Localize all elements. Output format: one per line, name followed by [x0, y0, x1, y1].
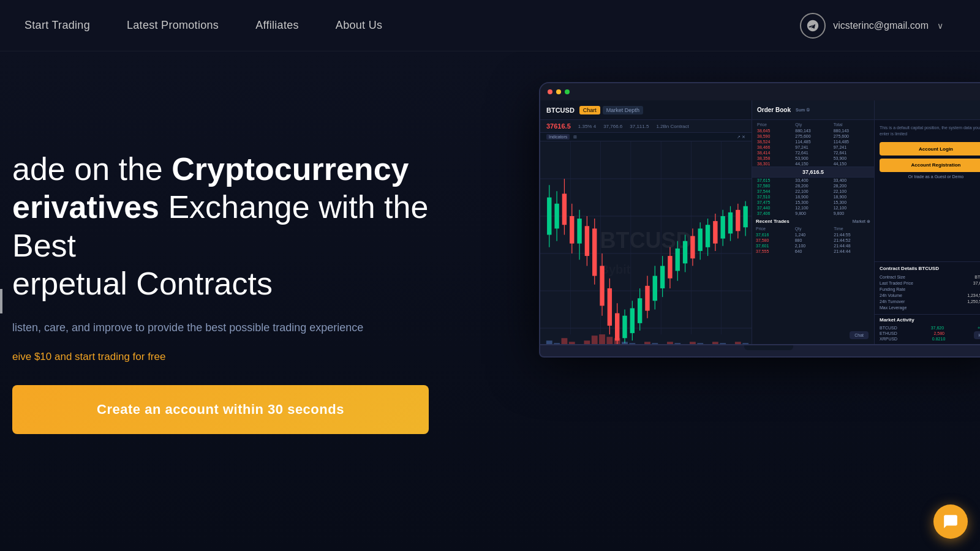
ma-row-1: BTCUSD 37,620 +12.5%	[880, 325, 980, 331]
market-activity: Market Activity BTCUSD 37,620 +12.5% ETH…	[875, 315, 980, 344]
buy-order-4: 37,510 18,900 18,900	[752, 194, 874, 200]
sell-order-7: 38,301 44,150 44,150	[752, 161, 874, 167]
svg-rect-64	[743, 206, 747, 228]
nav-item-latest-promotions[interactable]: Latest Promotions	[127, 19, 219, 32]
buy-order-3: 37,544 22,100 22,100	[752, 189, 874, 194]
svg-rect-54	[706, 225, 710, 247]
hero-offer: eive $10 and start trading for free	[12, 351, 459, 363]
right-panel-top: This is a default capital position, the …	[875, 120, 980, 262]
create-account-button[interactable]: Create an account within 30 seconds	[12, 385, 429, 434]
hero-section: ade on the Cryptocurrency erivatives Exc…	[0, 51, 980, 551]
contract-row-1: Contract Size BTCUSD	[880, 274, 980, 280]
svg-rect-46	[676, 249, 680, 271]
laptop-frame: BTCUSD Chart Market Depth 37616.5 1.35% …	[539, 82, 980, 345]
hero-title-line3: erpetual Contracts	[12, 266, 273, 301]
laptop-top-bar	[540, 83, 980, 100]
ma-row-3: XRPUSD 0.8210 +5.2%	[880, 336, 980, 342]
hero-content: ade on the Cryptocurrency erivatives Exc…	[0, 51, 459, 551]
ind-icon1: ⊞	[573, 135, 577, 140]
svg-rect-20	[577, 219, 581, 244]
order-book-sum: Sum ①	[796, 108, 810, 113]
dot-yellow	[556, 89, 561, 94]
contract-row-5: 24h Turnover 1,250,544.00	[880, 298, 980, 304]
svg-rect-34	[630, 308, 635, 333]
telegram-icon	[800, 13, 826, 39]
sell-order-3: 38,524 114,485 114,485	[752, 139, 874, 144]
rt-row-2: 37,580 880 21:44:52	[756, 238, 870, 243]
contract-row-2: Last Traded Price 37,600.00	[880, 280, 980, 286]
svg-rect-72	[599, 334, 605, 345]
nav-item-about-us[interactable]: About Us	[336, 19, 382, 32]
svg-rect-44	[668, 256, 672, 279]
svg-rect-26	[600, 266, 604, 305]
svg-rect-74	[614, 338, 620, 345]
ob-col-qty: Qty	[795, 122, 831, 127]
buy-order-5: 37,475 15,300 15,300	[752, 200, 874, 205]
user-menu[interactable]: vicsterinc@gmail.com ∨	[800, 13, 943, 39]
svg-rect-16	[562, 193, 567, 225]
rt-title: Recent Trades	[756, 219, 790, 224]
ob-col-price: Price	[757, 122, 793, 127]
platform-content: BTCUSD Chart Market Depth 37616.5 1.35% …	[540, 100, 980, 344]
dot-red	[548, 89, 552, 94]
svg-rect-58	[720, 216, 725, 239]
laptop-base	[539, 345, 980, 358]
demo-trade-button[interactable]: Or trade as a Guest or Demo	[880, 174, 980, 179]
chart-header: BTCUSD Chart Market Depth	[540, 100, 752, 120]
hero-title-line1: ade on the Cryptocurrency	[12, 151, 409, 187]
svg-rect-71	[592, 335, 598, 345]
order-book-header: Order Book Sum ①	[752, 100, 874, 120]
candlestick-chart	[540, 141, 752, 345]
svg-rect-56	[713, 221, 717, 244]
ind-icon2: ↗ ✕	[737, 135, 745, 140]
sell-order-5: 38,414 72,641 72,641	[752, 150, 874, 156]
account-login-button[interactable]: Account Login	[880, 142, 980, 156]
svg-rect-36	[638, 298, 642, 323]
help-button[interactable]: Help	[974, 331, 980, 339]
price-info: 37616.5 1.35% 4 37,766.6 37,111.5 1.2Bn …	[540, 120, 752, 133]
nav-item-start-trading[interactable]: Start Trading	[24, 19, 90, 32]
svg-rect-67	[562, 338, 568, 345]
svg-rect-38	[645, 286, 649, 311]
nav-links: Start Trading Latest Promotions Affiliat…	[24, 19, 382, 32]
ob-cols: Price Qty Total	[752, 120, 874, 128]
nav-item-affiliates[interactable]: Affiliates	[255, 19, 299, 32]
order-book: Order Book Sum ① Price Qty Total 38,645 …	[752, 100, 875, 344]
laptop-notch	[744, 345, 793, 350]
buy-order-2: 37,580 28,200 28,200	[752, 183, 874, 189]
platform-mockup: BTCUSD Chart Market Depth 37616.5 1.35% …	[539, 82, 980, 345]
tab-market-depth[interactable]: Market Depth	[603, 106, 643, 114]
telegram-svg	[806, 19, 820, 32]
price-24h: 37,766.6	[603, 124, 622, 129]
order-mid-price: 37,616.5	[752, 167, 874, 178]
float-chat-button[interactable]	[933, 504, 968, 539]
contract-row-3: Funding Rate 0.01%	[880, 286, 980, 292]
chevron-down-icon: ∨	[937, 21, 943, 31]
rt-row-1: 37,616 1,240 21:44:55	[756, 232, 870, 238]
rt-cols: Price Qty Time	[756, 227, 870, 231]
svg-rect-28	[608, 288, 612, 326]
navbar: Start Trading Latest Promotions Affiliat…	[0, 0, 980, 51]
hero-title: ade on the Cryptocurrency erivatives Exc…	[12, 150, 459, 303]
price-change: 1.35% 4	[578, 124, 596, 129]
svg-rect-65	[546, 340, 552, 345]
buy-order-1: 37,615 33,400 33,400	[752, 178, 874, 183]
svg-rect-73	[606, 337, 612, 345]
svg-rect-60	[728, 212, 733, 234]
svg-rect-14	[554, 204, 559, 229]
tab-chart[interactable]: Chart	[579, 106, 600, 114]
chart-area: BTCUSD Chart Market Depth 37616.5 1.35% …	[540, 100, 752, 344]
svg-rect-62	[736, 210, 740, 231]
right-panel-header	[875, 100, 980, 120]
chat-icon	[943, 514, 959, 530]
indicators-bar: Indicators ⊞ ↗ ✕	[540, 133, 752, 141]
svg-rect-22	[585, 226, 589, 256]
ma-row-2: ETHUSD 2,580 -8.3%	[880, 331, 980, 336]
hero-bold-derivatives: erivatives	[12, 189, 159, 225]
rt-tab[interactable]: Market ⊕	[853, 219, 870, 224]
account-register-button[interactable]: Account Registration	[880, 159, 980, 172]
order-book-title: Order Book	[757, 107, 791, 113]
sell-order-2: 38,590 275,600 275,600	[752, 133, 874, 139]
svg-rect-32	[622, 316, 627, 339]
indicators-button[interactable]: Indicators	[546, 134, 570, 140]
